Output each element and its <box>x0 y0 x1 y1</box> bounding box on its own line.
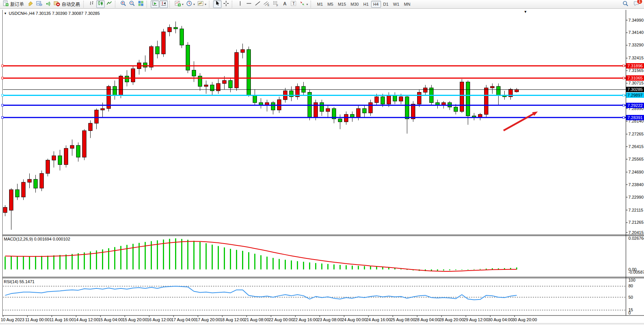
price-level-badge: 7.31065 <box>626 75 644 81</box>
macd-histogram-bar <box>352 266 353 269</box>
candle-body <box>70 145 74 148</box>
rsi-axis-label: 80 <box>628 284 633 288</box>
candle-body <box>131 69 135 82</box>
macd-histogram-bar <box>333 264 335 269</box>
macd-histogram-bar <box>449 269 450 270</box>
macd-histogram-bar <box>65 255 67 269</box>
candle-body <box>34 179 38 188</box>
macd-histogram-bar <box>78 253 79 269</box>
macd-histogram-bar <box>224 247 225 269</box>
price-axis-label: 7.20415 <box>628 230 644 235</box>
macd-histogram-bar <box>84 252 85 269</box>
trend-arrow-head[interactable] <box>532 112 538 116</box>
chart-menu-arrow-icon[interactable]: ▼ <box>4 12 7 15</box>
price-axis-label: 7.31565 <box>628 68 644 73</box>
line-anchor-marker[interactable] <box>2 65 3 67</box>
time-axis-label: 18 Aug 12:00 <box>220 317 245 322</box>
line-anchor-marker[interactable] <box>2 94 3 96</box>
chart-title-row[interactable]: ▼ USDCNH-,H4 7.30135 7.30390 7.30087 7.3… <box>4 11 100 16</box>
chart-canvas[interactable] <box>0 0 644 325</box>
candle-body <box>150 46 153 67</box>
price-axis-label: 7.22115 <box>628 208 643 212</box>
line-anchor-marker[interactable] <box>623 77 625 79</box>
candle-body <box>22 182 26 197</box>
macd-histogram-bar <box>492 268 493 269</box>
candle-body <box>247 49 251 95</box>
candle-body <box>375 97 379 103</box>
candle-body <box>271 103 275 110</box>
macd-histogram-bar <box>230 249 231 269</box>
rsi-indicator-label: RSI(14) 55.1471 <box>4 279 35 284</box>
macd-histogram-bar <box>5 256 6 269</box>
macd-histogram-bar <box>53 255 54 269</box>
line-anchor-marker[interactable] <box>2 104 3 106</box>
time-axis-label: 28 Aug 20:00 <box>439 317 464 322</box>
candle-body <box>143 63 147 67</box>
time-axis-label: 11 Aug 16:00 <box>49 317 74 322</box>
time-axis-label: 24 Aug 00:00 <box>342 317 367 322</box>
candle-body <box>204 85 208 86</box>
macd-histogram-bar <box>169 239 170 269</box>
macd-histogram-bar <box>340 265 341 269</box>
trend-arrow[interactable] <box>504 114 533 131</box>
line-anchor-marker[interactable] <box>623 104 625 106</box>
chart-title: USDCNH-,H4 7.30135 7.30390 7.30087 7.302… <box>9 11 100 16</box>
macd-histogram-bar <box>17 256 18 269</box>
line-anchor-marker[interactable] <box>623 65 625 67</box>
macd-histogram-bar <box>364 266 365 269</box>
macd-histogram-bar <box>480 269 481 269</box>
line-anchor-marker[interactable] <box>623 116 625 118</box>
price-axis-label: 7.30715 <box>628 81 644 85</box>
price-level-badge: 7.29222 <box>626 103 644 108</box>
candle-body <box>393 95 397 101</box>
macd-axis-label: 0.026764 <box>628 236 644 241</box>
candle-body <box>515 89 519 92</box>
window-bottom-edge <box>0 323 644 325</box>
macd-histogram-bar <box>273 258 274 269</box>
candle-body <box>320 103 324 112</box>
candle-body <box>363 108 367 113</box>
mt4-terminal: 新订单 自动交易 ▾ ▾ ▾ E F A T ▾ <box>0 0 644 325</box>
macd-histogram-bar <box>455 269 456 270</box>
candle-body <box>101 108 105 110</box>
macd-histogram-bar <box>206 243 207 269</box>
time-axis-label: 15 Aug 20:00 <box>123 317 147 322</box>
time-axis-label: 11 Aug 00:00 <box>25 317 49 322</box>
macd-histogram-bar <box>297 261 298 269</box>
price-axis-label: 7.26415 <box>628 144 644 149</box>
macd-histogram-bar <box>59 255 61 269</box>
candle-body <box>95 110 99 123</box>
candle-body <box>241 49 245 53</box>
candle-body <box>168 27 172 32</box>
macd-histogram-bar <box>242 251 243 269</box>
price-axis-label: 7.21265 <box>628 220 644 225</box>
line-anchor-marker[interactable] <box>2 116 3 118</box>
macd-histogram-bar <box>376 266 377 269</box>
macd-histogram-bar <box>35 256 36 269</box>
macd-histogram-bar <box>236 250 237 269</box>
candle-body <box>46 160 50 174</box>
rsi-axis-label: 50 <box>628 295 633 300</box>
line-anchor-marker[interactable] <box>623 94 625 96</box>
time-axis-label: 30 Aug 20:00 <box>512 317 537 322</box>
candle-body <box>64 148 68 165</box>
macd-histogram-bar <box>23 256 24 269</box>
time-axis-label: 28 Aug 04:00 <box>415 317 440 322</box>
rsi-line <box>5 286 517 300</box>
macd-histogram-bar <box>212 245 213 269</box>
panel-collapse-icon[interactable]: ▼ <box>524 10 527 14</box>
candle-body <box>485 88 488 115</box>
candle-body <box>125 76 129 82</box>
candle-body <box>344 115 348 122</box>
macd-histogram-bar <box>41 256 42 269</box>
line-anchor-marker[interactable] <box>2 77 3 79</box>
time-axis-label: 23 Aug 08:00 <box>317 317 342 322</box>
candle-body <box>223 81 226 84</box>
macd-histogram-bar <box>11 256 12 269</box>
macd-histogram-bar <box>467 269 469 270</box>
candle-body <box>235 53 239 88</box>
time-axis-label: 10 Aug 2023 <box>1 317 24 322</box>
candle-body <box>77 145 80 157</box>
time-axis-label: 22 Aug 00:00 <box>269 317 293 322</box>
macd-histogram-bar <box>486 269 487 269</box>
